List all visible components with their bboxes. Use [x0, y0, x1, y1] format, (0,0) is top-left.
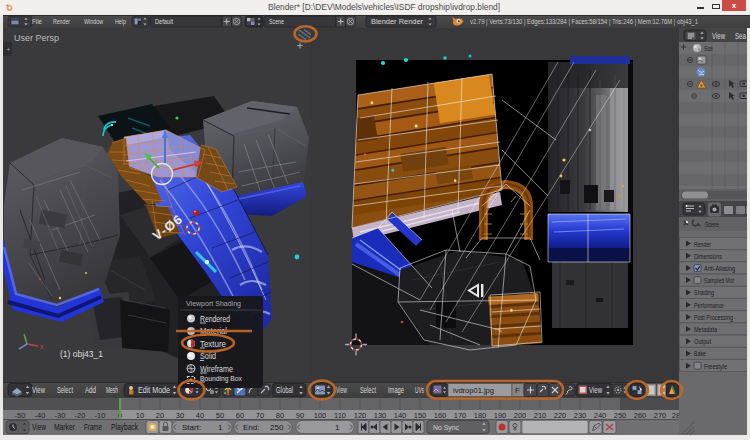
svg-text:UVs: UVs — [415, 385, 424, 395]
svg-text:Post Processing: Post Processing — [694, 313, 733, 322]
svg-text:-20: -20 — [75, 411, 86, 420]
svg-text:Start:: Start: — [182, 423, 201, 432]
svg-text:60: 60 — [236, 411, 244, 420]
svg-text:280: 280 — [672, 411, 679, 420]
svg-text:Blender* [D:\DEV\Models\vehicl: Blender* [D:\DEV\Models\vehicles\ISDF dr… — [268, 2, 500, 12]
svg-text:170: 170 — [454, 411, 467, 420]
svg-text:Playback: Playback — [111, 423, 139, 432]
svg-text:Help: Help — [115, 17, 126, 26]
svg-text:160: 160 — [434, 411, 447, 420]
svg-text:F: F — [515, 386, 520, 395]
svg-text:View: View — [336, 385, 348, 395]
svg-text:Scene: Scene — [269, 17, 284, 26]
svg-text:20: 20 — [156, 411, 164, 420]
svg-text:Scene: Scene — [705, 220, 719, 229]
svg-text:Render: Render — [53, 17, 70, 26]
svg-text:Sea: Sea — [735, 31, 746, 41]
svg-text:Bake: Bake — [694, 349, 706, 358]
svg-text:120: 120 — [354, 411, 367, 420]
svg-text:Select: Select — [360, 385, 376, 395]
svg-text:Metadata: Metadata — [694, 325, 717, 334]
svg-text:240: 240 — [594, 411, 607, 420]
svg-text:260: 260 — [634, 411, 647, 420]
svg-text:Default: Default — [155, 17, 174, 26]
svg-text:Window: Window — [84, 17, 103, 26]
svg-text:200: 200 — [514, 411, 527, 420]
svg-text:220: 220 — [554, 411, 567, 420]
svg-text:Mesh: Mesh — [106, 385, 118, 395]
svg-text:-40: -40 — [35, 411, 46, 420]
svg-text:Render: Render — [694, 240, 711, 249]
svg-text:v2.79 | Verts:73/130 | Edges:1: v2.79 | Verts:73/130 | Edges:133/284 | F… — [470, 17, 698, 26]
svg-text:Blender Render: Blender Render — [371, 17, 423, 26]
svg-text:View: View — [589, 385, 603, 395]
svg-text:Performance: Performance — [694, 301, 724, 310]
svg-text:100: 100 — [314, 411, 327, 420]
svg-text:View: View — [712, 31, 726, 41]
svg-text:10: 10 — [136, 411, 144, 420]
svg-text:+: + — [6, 45, 11, 54]
svg-text:30: 30 — [176, 411, 184, 420]
svg-text:Marker: Marker — [54, 423, 75, 432]
svg-text:90: 90 — [296, 411, 304, 420]
svg-text:Select: Select — [57, 385, 73, 395]
svg-text:Frame: Frame — [84, 423, 102, 432]
svg-text:130: 130 — [374, 411, 387, 420]
svg-text:180: 180 — [474, 411, 487, 420]
svg-text:ivdrop01.jpg: ivdrop01.jpg — [453, 386, 494, 395]
svg-text:140: 140 — [394, 411, 407, 420]
svg-text:Image: Image — [388, 385, 404, 395]
svg-text:File: File — [32, 17, 42, 26]
svg-text:190: 190 — [494, 411, 507, 420]
svg-text:Sce: Sce — [704, 44, 713, 53]
svg-text:Output: Output — [694, 337, 712, 346]
svg-text:1: 1 — [218, 423, 223, 432]
svg-text:250: 250 — [614, 411, 627, 420]
svg-text:-30: -30 — [55, 411, 66, 420]
svg-text:50: 50 — [216, 411, 224, 420]
svg-text:Anti-Aliasing: Anti-Aliasing — [704, 264, 735, 273]
svg-text:40: 40 — [196, 411, 204, 420]
svg-text:70: 70 — [256, 411, 264, 420]
svg-text:Freestyle: Freestyle — [704, 362, 727, 371]
svg-text:x: x — [40, 343, 44, 350]
svg-text:-50: -50 — [15, 411, 26, 420]
svg-text:250: 250 — [270, 423, 284, 432]
svg-text:Global: Global — [276, 385, 293, 395]
svg-text:Dimensions: Dimensions — [694, 252, 722, 261]
svg-text:End:: End: — [243, 423, 259, 432]
svg-text:Sampled Mot: Sampled Mot — [704, 276, 735, 285]
svg-text:80: 80 — [276, 411, 284, 420]
svg-text:1: 1 — [335, 423, 340, 432]
svg-text:150: 150 — [414, 411, 427, 420]
svg-text:No Sync: No Sync — [433, 423, 459, 432]
svg-text:Edit Mode: Edit Mode — [138, 385, 170, 395]
svg-text:270: 270 — [654, 411, 667, 420]
svg-text:230: 230 — [574, 411, 587, 420]
svg-text:Add: Add — [85, 385, 96, 395]
svg-text:210: 210 — [534, 411, 547, 420]
svg-text:Shading: Shading — [694, 288, 714, 297]
svg-text:View: View — [32, 385, 46, 395]
svg-text:-10: -10 — [95, 411, 106, 420]
svg-text:110: 110 — [334, 411, 346, 420]
svg-text:View: View — [32, 423, 46, 432]
